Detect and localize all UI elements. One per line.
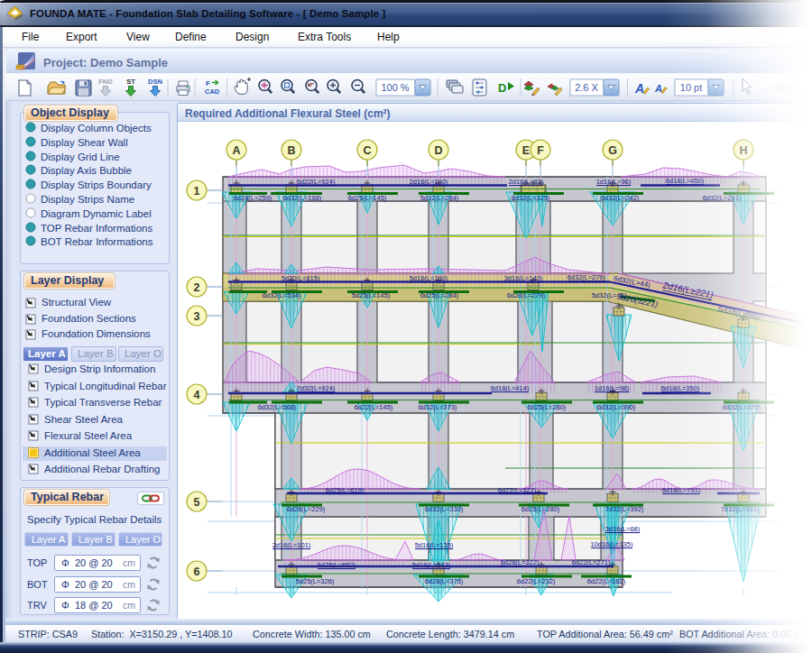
svg-text:6d22(L=271): 6d22(L=271) bbox=[572, 558, 611, 566]
svg-text:6d32(L=534): 6d32(L=534) bbox=[263, 291, 301, 299]
svg-text:C: C bbox=[363, 144, 371, 157]
svg-text:6d18(L=350): 6d18(L=350) bbox=[661, 384, 700, 392]
svg-text:7d32(L=924): 7d32(L=924) bbox=[297, 384, 336, 392]
svg-text:1: 1 bbox=[194, 185, 200, 198]
svg-text:B: B bbox=[287, 144, 295, 157]
svg-text:5d32(L=284): 5d32(L=284) bbox=[420, 194, 459, 202]
svg-text:F: F bbox=[206, 79, 210, 87]
svg-text:FND: FND bbox=[98, 78, 113, 86]
svg-text:1d16(L=98): 1d16(L=98) bbox=[595, 384, 630, 392]
svg-text:H: H bbox=[739, 144, 747, 157]
svg-text:3d16(L=68): 3d16(L=68) bbox=[605, 525, 641, 533]
svg-text:6d25(L=280): 6d25(L=280) bbox=[528, 403, 567, 411]
svg-text:6d22(L=232): 6d22(L=232) bbox=[517, 577, 556, 585]
svg-text:6d25(L=652): 6d25(L=652) bbox=[318, 561, 356, 569]
svg-text:6d22(L=162): 6d22(L=162) bbox=[587, 577, 626, 585]
svg-text:10 pt: 10 pt bbox=[680, 82, 702, 93]
svg-text:F: F bbox=[537, 144, 544, 157]
svg-text:6d32(L=188): 6d32(L=188) bbox=[283, 194, 322, 202]
svg-text:6d32(L=330): 6d32(L=330) bbox=[425, 505, 464, 513]
svg-text:3d16(L=140): 3d16(L=140) bbox=[504, 274, 543, 282]
svg-text:2d16(L=190): 2d16(L=190) bbox=[410, 178, 448, 186]
svg-text:5d20(L=815): 5d20(L=815) bbox=[281, 274, 320, 282]
svg-text:DSN: DSN bbox=[148, 78, 162, 86]
svg-text:6: 6 bbox=[194, 566, 200, 578]
svg-text:6d32(L=373): 6d32(L=373) bbox=[419, 403, 457, 411]
svg-text:8d32(L=375): 8d32(L=375) bbox=[723, 403, 761, 411]
svg-text:E: E bbox=[522, 144, 530, 157]
svg-text:6d25(L=284): 6d25(L=284) bbox=[420, 291, 459, 299]
svg-text:6d22(L=145): 6d22(L=145) bbox=[355, 403, 393, 411]
svg-text:6d28(L=375): 6d28(L=375) bbox=[425, 577, 464, 585]
svg-text:3: 3 bbox=[194, 310, 200, 323]
svg-text:6d25(L=145): 6d25(L=145) bbox=[348, 194, 387, 202]
svg-text:6d22(L=322): 6d22(L=322) bbox=[498, 486, 537, 494]
svg-text:2d16(L=93): 2d16(L=93) bbox=[509, 178, 544, 186]
svg-text:2: 2 bbox=[194, 281, 200, 294]
svg-text:A: A bbox=[634, 81, 644, 96]
svg-text:7d32(L=392): 7d32(L=392) bbox=[605, 505, 644, 513]
svg-text:5d16(L=143): 5d16(L=143) bbox=[412, 561, 451, 569]
svg-text:6d28(L=322): 6d28(L=322) bbox=[501, 558, 540, 566]
svg-text:ST: ST bbox=[126, 78, 135, 86]
svg-text:D: D bbox=[498, 81, 506, 95]
svg-text:6d32(L=281): 6d32(L=281) bbox=[703, 194, 742, 202]
svg-text:100 %: 100 % bbox=[381, 82, 409, 93]
svg-text:6d25(L=280): 6d25(L=280) bbox=[521, 505, 560, 513]
svg-text:6d28(L=279): 6d28(L=279) bbox=[507, 291, 546, 299]
svg-text:4: 4 bbox=[194, 389, 200, 401]
svg-text:7d32(L=331): 7d32(L=331) bbox=[721, 505, 760, 513]
svg-text:6d32(L=568): 6d32(L=568) bbox=[258, 403, 297, 411]
svg-text:6d18(L=791): 6d18(L=791) bbox=[662, 486, 701, 494]
svg-text:5: 5 bbox=[194, 496, 200, 509]
svg-text:click: click bbox=[772, 82, 792, 93]
svg-text:G: G bbox=[608, 144, 617, 157]
svg-text:2.6 X: 2.6 X bbox=[575, 82, 598, 93]
svg-text:A: A bbox=[654, 83, 662, 94]
svg-text:6d32(L=390): 6d32(L=390) bbox=[597, 403, 636, 411]
svg-text:6d22(L=924): 6d22(L=924) bbox=[297, 178, 336, 186]
svg-text:D: D bbox=[434, 144, 442, 157]
svg-text:6d32(L=242): 6d32(L=242) bbox=[601, 194, 640, 202]
svg-text:1d16(L=96): 1d16(L=96) bbox=[596, 178, 632, 186]
svg-text:6d28(L=229): 6d28(L=229) bbox=[287, 505, 326, 513]
svg-text:6d25(L=619): 6d25(L=619) bbox=[326, 486, 364, 494]
svg-text:5d16(L=135): 5d16(L=135) bbox=[415, 541, 454, 549]
svg-text:2d16(L=101): 2d16(L=101) bbox=[272, 541, 311, 549]
svg-text:6d18(L=450): 6d18(L=450) bbox=[666, 177, 705, 185]
svg-text:5d25(L=145): 5d25(L=145) bbox=[352, 291, 391, 299]
svg-text:6d28(L=259): 6d28(L=259) bbox=[234, 194, 272, 202]
svg-text:8d32(L=325): 8d32(L=325) bbox=[512, 194, 550, 202]
svg-text:A: A bbox=[232, 144, 240, 157]
svg-text:10d16(L=135): 10d16(L=135) bbox=[591, 540, 633, 548]
svg-text:6d32(L=276): 6d32(L=276) bbox=[567, 273, 606, 281]
svg-text:5d16(L=190): 5d16(L=190) bbox=[410, 274, 448, 282]
svg-text:6d18(L=414): 6d18(L=414) bbox=[491, 384, 530, 392]
svg-text:5d32(L=45): 5d32(L=45) bbox=[592, 291, 627, 299]
svg-text:5d25(L=326): 5d25(L=326) bbox=[296, 577, 335, 585]
svg-text:CAD: CAD bbox=[205, 87, 220, 96]
